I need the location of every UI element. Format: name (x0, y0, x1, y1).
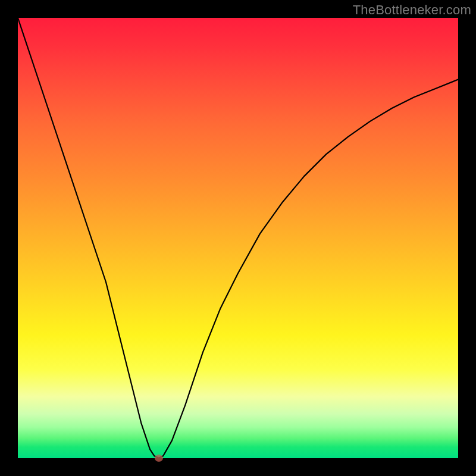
plot-area (18, 18, 458, 458)
chart-frame: TheBottleneker.com (0, 0, 476, 476)
optimal-point-marker (155, 455, 163, 462)
bottleneck-curve (18, 18, 458, 458)
watermark-text: TheBottleneker.com (353, 2, 471, 18)
